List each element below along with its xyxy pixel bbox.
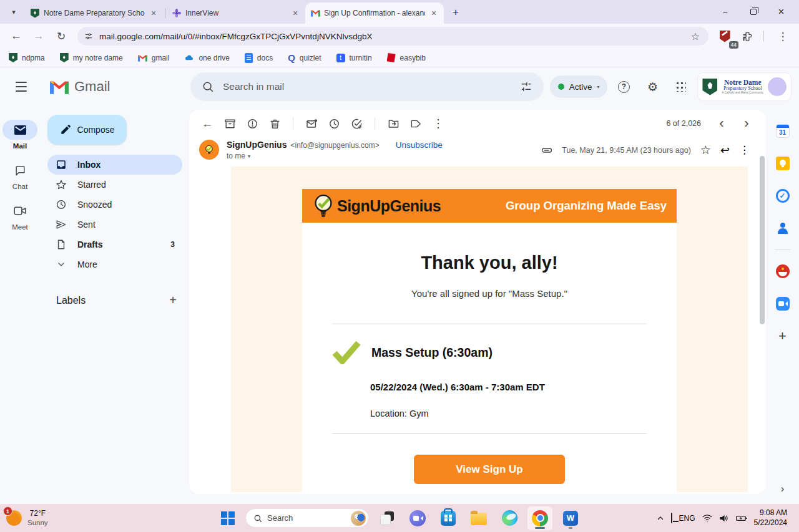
extensions-button[interactable] bbox=[737, 26, 757, 46]
word-button[interactable]: W bbox=[558, 506, 583, 530]
newer-email-button[interactable]: ‹ bbox=[711, 115, 732, 132]
snooze-button[interactable] bbox=[325, 114, 343, 133]
tab-close-icon[interactable]: × bbox=[149, 8, 159, 18]
url-input[interactable] bbox=[99, 32, 689, 41]
unsubscribe-link[interactable]: Unsubscribe bbox=[396, 140, 443, 150]
tab-search-button[interactable]: ▾ bbox=[5, 3, 22, 21]
bookmark-docs[interactable]: docs bbox=[245, 53, 273, 63]
bookmark-quizlet[interactable]: Qquizlet bbox=[288, 53, 321, 62]
bookmark-turnitin[interactable]: tturnitin bbox=[336, 54, 372, 62]
star-message-button[interactable]: ☆ bbox=[700, 143, 711, 157]
sidebar-item-sent[interactable]: Sent bbox=[47, 215, 182, 235]
view-signup-button[interactable]: View Sign Up bbox=[414, 455, 565, 484]
settings-button[interactable]: ⚙ bbox=[640, 74, 665, 99]
mail-search-bar[interactable] bbox=[190, 72, 544, 101]
taskbar-search-input[interactable] bbox=[267, 513, 346, 523]
zoom-addon-button[interactable] bbox=[772, 293, 794, 315]
back-to-inbox-button[interactable]: ← bbox=[198, 114, 217, 133]
older-email-button[interactable]: › bbox=[736, 115, 757, 132]
red-addon-button[interactable] bbox=[772, 260, 794, 283]
bookmark-ndpma[interactable]: ndpma bbox=[9, 53, 45, 62]
message-scrollbar[interactable] bbox=[760, 156, 765, 324]
chrome-button[interactable] bbox=[527, 506, 552, 530]
wifi-button[interactable] bbox=[702, 514, 712, 522]
forward-button[interactable]: → bbox=[29, 26, 49, 46]
bookmark-gmail[interactable]: gmail bbox=[138, 54, 170, 62]
clock-widget[interactable]: 9:08 AM 5/22/2024 bbox=[754, 508, 787, 528]
address-bar[interactable]: ☆ bbox=[77, 27, 708, 46]
weather-widget[interactable]: 1 72°F Sunny bbox=[6, 504, 48, 532]
reply-button[interactable]: ↩ bbox=[720, 143, 730, 157]
search-icon[interactable] bbox=[195, 74, 220, 99]
folder-list: Inbox Starred Snoozed Sent Drafts bbox=[40, 155, 189, 274]
more-actions-button[interactable]: ⋮ bbox=[429, 114, 448, 133]
mail-search-input[interactable] bbox=[223, 81, 511, 92]
touch-keyboard-button[interactable] bbox=[671, 513, 672, 523]
bookmark-star-icon[interactable]: ☆ bbox=[689, 31, 702, 42]
tab-close-icon[interactable]: × bbox=[429, 8, 439, 18]
move-to-button[interactable] bbox=[384, 114, 403, 133]
google-calendar-button[interactable]: 31 bbox=[772, 120, 794, 142]
labels-button[interactable] bbox=[406, 114, 425, 133]
restore-button[interactable] bbox=[739, 0, 767, 24]
delete-button[interactable] bbox=[265, 114, 284, 133]
sidebar-item-snoozed[interactable]: Snoozed bbox=[47, 195, 182, 215]
google-tasks-button[interactable]: ✓ bbox=[772, 185, 794, 207]
bookmark-onedrive[interactable]: one drive bbox=[184, 53, 229, 63]
help-button[interactable]: ? bbox=[611, 74, 636, 99]
sender-avatar[interactable] bbox=[199, 140, 219, 160]
rail-item-meet[interactable]: Meet bbox=[2, 201, 37, 231]
edge-button[interactable] bbox=[497, 506, 522, 530]
reload-button[interactable]: ↻ bbox=[51, 26, 71, 46]
taskbar-search[interactable] bbox=[245, 508, 369, 528]
recipient-row[interactable]: to me ▾ bbox=[227, 152, 541, 160]
adblock-extension-button[interactable]: 44 bbox=[715, 26, 735, 46]
rail-item-mail[interactable]: Mail bbox=[2, 120, 37, 150]
new-tab-button[interactable]: + bbox=[448, 4, 464, 21]
hidden-icons-button[interactable] bbox=[657, 515, 664, 522]
minimize-button[interactable]: − bbox=[711, 0, 739, 24]
microsoft-store-button[interactable] bbox=[436, 506, 461, 530]
bookmark-easybib[interactable]: easybib bbox=[387, 53, 426, 62]
search-options-icon[interactable] bbox=[514, 74, 539, 99]
sidebar-item-starred[interactable]: Starred bbox=[47, 175, 182, 195]
main-menu-button[interactable] bbox=[6, 72, 36, 102]
mark-unread-button[interactable] bbox=[302, 114, 321, 133]
get-addons-button[interactable]: + bbox=[772, 325, 794, 347]
show-details-icon[interactable]: ▾ bbox=[248, 153, 250, 159]
start-button[interactable] bbox=[216, 506, 240, 530]
chevron-right-icon: › bbox=[781, 483, 785, 495]
browser-menu-button[interactable]: ⋮ bbox=[773, 26, 793, 46]
status-chip[interactable]: Active ▾ bbox=[550, 75, 608, 98]
account-card[interactable]: Notre Dame Preparatory School A Catholic… bbox=[697, 72, 792, 101]
archive-button[interactable] bbox=[220, 114, 239, 133]
browser-tab-innerview[interactable]: InnerView × bbox=[167, 2, 305, 24]
rail-item-chat[interactable]: Chat bbox=[2, 160, 37, 190]
compose-button[interactable]: Compose bbox=[47, 115, 127, 145]
task-view-button[interactable] bbox=[375, 506, 400, 530]
teams-chat-button[interactable] bbox=[405, 506, 430, 530]
battery-button[interactable] bbox=[736, 515, 747, 522]
sidebar-item-more[interactable]: More bbox=[47, 254, 182, 274]
report-spam-button[interactable] bbox=[243, 114, 262, 133]
bookmark-my-notre-dame[interactable]: my notre dame bbox=[60, 53, 123, 62]
google-keep-button[interactable] bbox=[772, 152, 794, 175]
close-window-button[interactable]: × bbox=[767, 0, 795, 24]
back-button[interactable]: ← bbox=[6, 26, 26, 46]
sidebar-item-drafts[interactable]: Drafts 3 bbox=[47, 235, 182, 254]
language-indicator[interactable]: ENG bbox=[679, 514, 695, 523]
browser-tab-gmail-active[interactable]: Sign Up Confirmation - alexand × bbox=[305, 2, 444, 24]
add-to-tasks-button[interactable] bbox=[347, 114, 366, 133]
site-info-icon[interactable] bbox=[84, 31, 94, 41]
collapse-panel-button[interactable]: › bbox=[781, 483, 785, 495]
browser-tab-notredame[interactable]: Notre Dame Preparatory Schoo × bbox=[25, 2, 164, 24]
google-apps-button[interactable] bbox=[669, 74, 694, 99]
tab-close-icon[interactable]: × bbox=[290, 8, 300, 18]
event-row: Mass Setup (6:30am) bbox=[302, 324, 677, 364]
file-explorer-button[interactable] bbox=[466, 506, 491, 530]
sidebar-item-inbox[interactable]: Inbox bbox=[47, 155, 182, 175]
add-label-button[interactable]: + bbox=[165, 293, 180, 307]
message-more-button[interactable]: ⋮ bbox=[739, 143, 750, 157]
google-contacts-button[interactable] bbox=[772, 217, 794, 239]
volume-button[interactable] bbox=[719, 514, 729, 523]
